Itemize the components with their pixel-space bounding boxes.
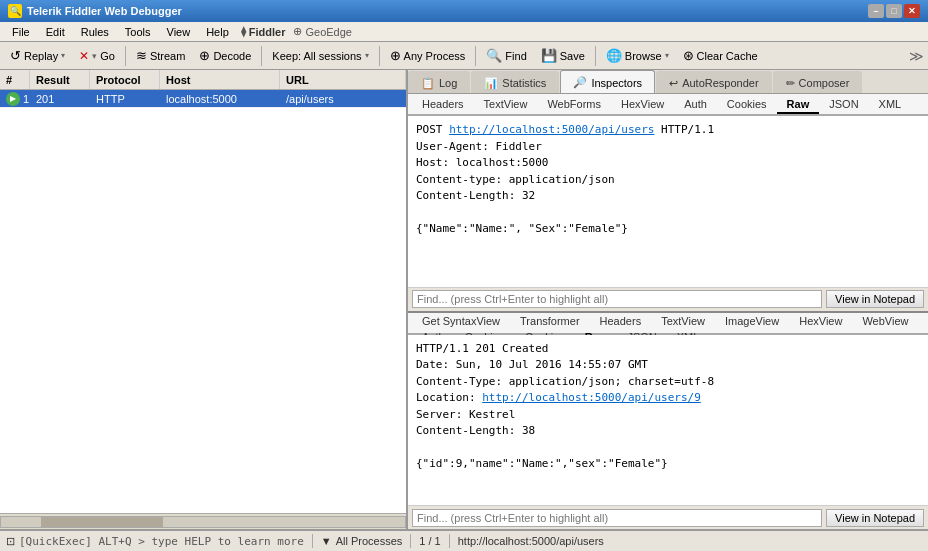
tab-autoresponder-label: AutoResponder — [682, 77, 758, 89]
col-header-hash: # — [0, 70, 30, 89]
tab-log[interactable]: 📋 Log — [408, 71, 470, 93]
menu-edit[interactable]: Edit — [38, 24, 73, 40]
browse-label: Browse — [625, 50, 662, 62]
minimize-button[interactable]: – — [868, 4, 884, 18]
menu-file[interactable]: File — [4, 24, 38, 40]
req-version: HTTP/1.1 — [654, 123, 714, 136]
response-sub-tab-bar: Get SyntaxView Transformer Headers TextV… — [408, 313, 928, 335]
res-location-link[interactable]: http://localhost:5000/api/users/9 — [482, 391, 701, 404]
sep5 — [595, 46, 596, 66]
req-tab-hexview[interactable]: HexView — [611, 96, 674, 114]
close-button[interactable]: ✕ — [904, 4, 920, 18]
status-sep2 — [410, 534, 411, 548]
menu-view[interactable]: View — [159, 24, 199, 40]
req-tab-webforms[interactable]: WebForms — [537, 96, 611, 114]
col-header-url: URL — [280, 70, 406, 89]
tab-statistics-label: Statistics — [502, 77, 546, 89]
request-find-input[interactable] — [412, 290, 822, 308]
req-host: Host: localhost:5000 — [416, 156, 548, 169]
keep-dropdown-icon: ▾ — [365, 51, 369, 60]
status-filter[interactable]: ▼ All Processes — [321, 535, 403, 547]
main-content: # Result Protocol Host URL ▶ 1 201 HTTP … — [0, 70, 928, 529]
tab-autoresponder[interactable]: ↩ AutoResponder — [656, 71, 771, 93]
req-tab-xml[interactable]: XML — [869, 96, 912, 114]
res-tab-webview[interactable]: WebView — [852, 313, 918, 331]
tab-statistics[interactable]: 📊 Statistics — [471, 71, 559, 93]
req-method: POST — [416, 123, 449, 136]
req-tab-textview[interactable]: TextView — [474, 96, 538, 114]
go-button[interactable]: ✕ ▾ Go — [73, 46, 121, 66]
cell-hash: ▶ 1 — [0, 91, 30, 107]
status-quickexec: ⊡ [QuickExec] ALT+Q > type HELP to learn… — [6, 535, 304, 548]
toolbar: ↺ Replay ▾ ✕ ▾ Go ≋ Stream ⊕ Decode Keep… — [0, 42, 928, 70]
sep4 — [475, 46, 476, 66]
req-tab-headers[interactable]: Headers — [412, 96, 474, 114]
quickexec-icon: ⊡ — [6, 535, 15, 548]
toolbar-overflow-icon[interactable]: ≫ — [909, 48, 924, 64]
stream-button[interactable]: ≋ Stream — [130, 45, 191, 66]
response-find-bar: View in Notepad — [408, 505, 928, 529]
menu-help[interactable]: Help — [198, 24, 237, 40]
status-count: 1 / 1 — [419, 535, 440, 547]
replay-dropdown-icon: ▾ — [61, 51, 65, 60]
decode-button[interactable]: ⊕ Decode — [193, 45, 257, 66]
req-tab-cookies[interactable]: Cookies — [717, 96, 777, 114]
menu-rules[interactable]: Rules — [73, 24, 117, 40]
table-row[interactable]: ▶ 1 201 HTTP localhost:5000 /api/users — [0, 90, 406, 108]
tab-inspectors-label: Inspectors — [591, 77, 642, 89]
any-process-button[interactable]: ⊕ Any Process — [384, 45, 472, 66]
cell-host: localhost:5000 — [160, 92, 280, 106]
menu-tools[interactable]: Tools — [117, 24, 159, 40]
decode-label: Decode — [213, 50, 251, 62]
app-icon: 🔍 — [8, 4, 22, 18]
col-header-result: Result — [30, 70, 90, 89]
horizontal-scrollbar[interactable] — [0, 513, 406, 529]
response-find-input[interactable] — [412, 509, 822, 527]
filter-icon: ▼ — [321, 535, 332, 547]
res-content-type: Content-Type: application/json; charset=… — [416, 375, 714, 388]
sep1 — [125, 46, 126, 66]
status-url-value: http://localhost:5000/api/users — [458, 535, 604, 547]
fiddler-diamond-icon: ⧫ — [241, 25, 246, 38]
req-url-link[interactable]: http://localhost:5000/api/users — [449, 123, 654, 136]
process-icon: ⊕ — [390, 48, 401, 63]
clear-cache-button[interactable]: ⊛ Clear Cache — [677, 45, 764, 66]
inspectors-icon: 🔎 — [573, 76, 587, 89]
find-button[interactable]: 🔍 Find — [480, 45, 532, 66]
replay-button[interactable]: ↺ Replay ▾ — [4, 45, 71, 66]
request-sub-tab-bar: Headers TextView WebForms HexView Auth C… — [408, 94, 928, 116]
req-tab-raw[interactable]: Raw — [777, 96, 820, 114]
status-bar: ⊡ [QuickExec] ALT+Q > type HELP to learn… — [0, 529, 928, 551]
req-tab-auth[interactable]: Auth — [674, 96, 717, 114]
replay-label: Replay — [24, 50, 58, 62]
cell-protocol: HTTP — [90, 92, 160, 106]
session-table: ▶ 1 201 HTTP localhost:5000 /api/users — [0, 90, 406, 513]
statistics-icon: 📊 — [484, 77, 498, 90]
res-tab-imageview[interactable]: ImageView — [715, 313, 789, 331]
req-tab-json[interactable]: JSON — [819, 96, 868, 114]
quickexec-text: [QuickExec] ALT+Q > type HELP to learn m… — [19, 535, 304, 548]
status-sep1 — [312, 534, 313, 548]
fiddler-brand: ⧫ Fiddler — [241, 25, 286, 38]
keep-button[interactable]: Keep: All sessions ▾ — [266, 47, 374, 65]
request-view-notepad-button[interactable]: View in Notepad — [826, 290, 924, 308]
res-server: Server: Kestrel — [416, 408, 515, 421]
tab-composer[interactable]: ✏ Composer — [773, 71, 863, 93]
content-pane: Headers TextView WebForms HexView Auth C… — [408, 94, 928, 529]
res-body: {"id":9,"name":"Name:","sex":"Female"} — [416, 457, 668, 470]
save-button[interactable]: 💾 Save — [535, 45, 591, 66]
cell-url: /api/users — [280, 92, 406, 106]
browse-button[interactable]: 🌐 Browse ▾ — [600, 45, 675, 66]
response-pane: Get SyntaxView Transformer Headers TextV… — [408, 313, 928, 530]
toolbar-right: ≫ — [909, 48, 924, 64]
maximize-button[interactable]: □ — [886, 4, 902, 18]
log-icon: 📋 — [421, 77, 435, 90]
tab-inspectors[interactable]: 🔎 Inspectors — [560, 70, 655, 93]
app-title: Telerik Fiddler Web Debugger — [27, 5, 182, 17]
keep-label: Keep: All sessions — [272, 50, 361, 62]
req-user-agent: User-Agent: Fiddler — [416, 140, 542, 153]
stream-icon: ≋ — [136, 48, 147, 63]
res-tab-hexview[interactable]: HexView — [789, 313, 852, 331]
tab-log-label: Log — [439, 77, 457, 89]
response-view-notepad-button[interactable]: View in Notepad — [826, 509, 924, 527]
